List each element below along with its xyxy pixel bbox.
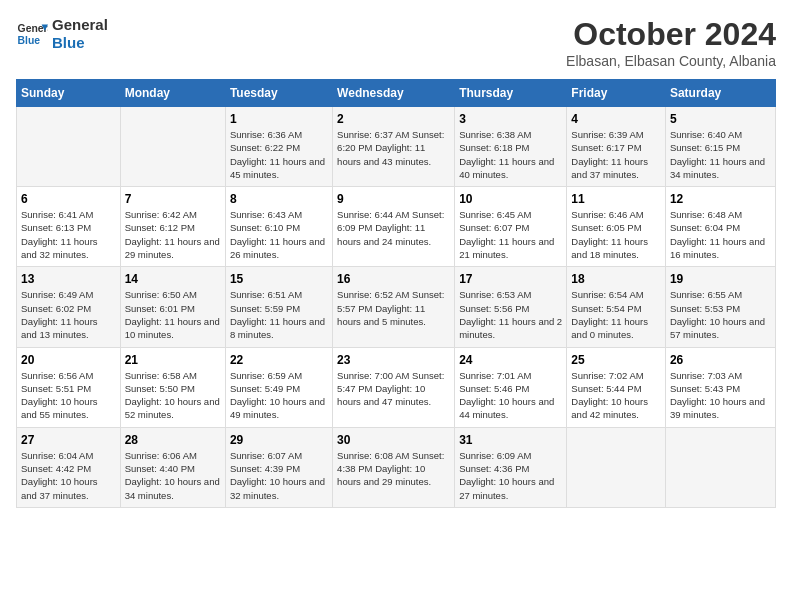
day-number: 24: [459, 353, 562, 367]
calendar-cell: 6Sunrise: 6:41 AM Sunset: 6:13 PM Daylig…: [17, 187, 121, 267]
calendar-cell: [567, 427, 666, 507]
calendar-cell: 7Sunrise: 6:42 AM Sunset: 6:12 PM Daylig…: [120, 187, 225, 267]
calendar-cell: 10Sunrise: 6:45 AM Sunset: 6:07 PM Dayli…: [455, 187, 567, 267]
day-number: 1: [230, 112, 328, 126]
calendar-row-3: 20Sunrise: 6:56 AM Sunset: 5:51 PM Dayli…: [17, 347, 776, 427]
day-number: 15: [230, 272, 328, 286]
day-detail: Sunrise: 6:08 AM Sunset: 4:38 PM Dayligh…: [337, 449, 450, 489]
calendar-cell: 29Sunrise: 6:07 AM Sunset: 4:39 PM Dayli…: [225, 427, 332, 507]
calendar-cell: 23Sunrise: 7:00 AM Sunset: 5:47 PM Dayli…: [333, 347, 455, 427]
calendar-cell: [120, 107, 225, 187]
weekday-header-sunday: Sunday: [17, 80, 121, 107]
day-number: 5: [670, 112, 771, 126]
day-number: 22: [230, 353, 328, 367]
day-number: 17: [459, 272, 562, 286]
calendar-table: SundayMondayTuesdayWednesdayThursdayFrid…: [16, 79, 776, 508]
weekday-header-tuesday: Tuesday: [225, 80, 332, 107]
weekday-header-row: SundayMondayTuesdayWednesdayThursdayFrid…: [17, 80, 776, 107]
calendar-row-0: 1Sunrise: 6:36 AM Sunset: 6:22 PM Daylig…: [17, 107, 776, 187]
day-number: 2: [337, 112, 450, 126]
calendar-cell: 19Sunrise: 6:55 AM Sunset: 5:53 PM Dayli…: [665, 267, 775, 347]
day-detail: Sunrise: 6:50 AM Sunset: 6:01 PM Dayligh…: [125, 288, 221, 341]
calendar-cell: 9Sunrise: 6:44 AM Sunset: 6:09 PM Daylig…: [333, 187, 455, 267]
calendar-cell: 4Sunrise: 6:39 AM Sunset: 6:17 PM Daylig…: [567, 107, 666, 187]
header: General Blue General Blue October 2024 E…: [16, 16, 776, 69]
day-number: 9: [337, 192, 450, 206]
day-number: 19: [670, 272, 771, 286]
calendar-cell: 3Sunrise: 6:38 AM Sunset: 6:18 PM Daylig…: [455, 107, 567, 187]
day-detail: Sunrise: 6:09 AM Sunset: 4:36 PM Dayligh…: [459, 449, 562, 502]
day-detail: Sunrise: 6:56 AM Sunset: 5:51 PM Dayligh…: [21, 369, 116, 422]
logo-line2: Blue: [52, 34, 108, 52]
day-number: 6: [21, 192, 116, 206]
day-number: 13: [21, 272, 116, 286]
logo-icon: General Blue: [16, 18, 48, 50]
calendar-cell: 8Sunrise: 6:43 AM Sunset: 6:10 PM Daylig…: [225, 187, 332, 267]
day-number: 12: [670, 192, 771, 206]
calendar-cell: [17, 107, 121, 187]
day-number: 18: [571, 272, 661, 286]
day-detail: Sunrise: 6:59 AM Sunset: 5:49 PM Dayligh…: [230, 369, 328, 422]
day-number: 4: [571, 112, 661, 126]
weekday-header-wednesday: Wednesday: [333, 80, 455, 107]
calendar-subtitle: Elbasan, Elbasan County, Albania: [566, 53, 776, 69]
day-detail: Sunrise: 7:02 AM Sunset: 5:44 PM Dayligh…: [571, 369, 661, 422]
day-detail: Sunrise: 6:04 AM Sunset: 4:42 PM Dayligh…: [21, 449, 116, 502]
day-number: 3: [459, 112, 562, 126]
day-number: 25: [571, 353, 661, 367]
day-detail: Sunrise: 6:49 AM Sunset: 6:02 PM Dayligh…: [21, 288, 116, 341]
day-detail: Sunrise: 6:40 AM Sunset: 6:15 PM Dayligh…: [670, 128, 771, 181]
day-number: 16: [337, 272, 450, 286]
calendar-cell: 31Sunrise: 6:09 AM Sunset: 4:36 PM Dayli…: [455, 427, 567, 507]
day-detail: Sunrise: 6:38 AM Sunset: 6:18 PM Dayligh…: [459, 128, 562, 181]
calendar-cell: 5Sunrise: 6:40 AM Sunset: 6:15 PM Daylig…: [665, 107, 775, 187]
calendar-cell: 25Sunrise: 7:02 AM Sunset: 5:44 PM Dayli…: [567, 347, 666, 427]
calendar-cell: 18Sunrise: 6:54 AM Sunset: 5:54 PM Dayli…: [567, 267, 666, 347]
calendar-cell: 13Sunrise: 6:49 AM Sunset: 6:02 PM Dayli…: [17, 267, 121, 347]
day-detail: Sunrise: 6:54 AM Sunset: 5:54 PM Dayligh…: [571, 288, 661, 341]
calendar-cell: [665, 427, 775, 507]
day-number: 14: [125, 272, 221, 286]
day-detail: Sunrise: 6:58 AM Sunset: 5:50 PM Dayligh…: [125, 369, 221, 422]
calendar-cell: 20Sunrise: 6:56 AM Sunset: 5:51 PM Dayli…: [17, 347, 121, 427]
calendar-cell: 27Sunrise: 6:04 AM Sunset: 4:42 PM Dayli…: [17, 427, 121, 507]
day-number: 29: [230, 433, 328, 447]
calendar-cell: 21Sunrise: 6:58 AM Sunset: 5:50 PM Dayli…: [120, 347, 225, 427]
calendar-cell: 17Sunrise: 6:53 AM Sunset: 5:56 PM Dayli…: [455, 267, 567, 347]
calendar-row-4: 27Sunrise: 6:04 AM Sunset: 4:42 PM Dayli…: [17, 427, 776, 507]
day-detail: Sunrise: 6:51 AM Sunset: 5:59 PM Dayligh…: [230, 288, 328, 341]
day-detail: Sunrise: 7:00 AM Sunset: 5:47 PM Dayligh…: [337, 369, 450, 409]
calendar-cell: 14Sunrise: 6:50 AM Sunset: 6:01 PM Dayli…: [120, 267, 225, 347]
day-detail: Sunrise: 6:43 AM Sunset: 6:10 PM Dayligh…: [230, 208, 328, 261]
calendar-cell: 26Sunrise: 7:03 AM Sunset: 5:43 PM Dayli…: [665, 347, 775, 427]
svg-text:Blue: Blue: [18, 35, 41, 46]
calendar-cell: 24Sunrise: 7:01 AM Sunset: 5:46 PM Dayli…: [455, 347, 567, 427]
day-detail: Sunrise: 6:42 AM Sunset: 6:12 PM Dayligh…: [125, 208, 221, 261]
calendar-row-2: 13Sunrise: 6:49 AM Sunset: 6:02 PM Dayli…: [17, 267, 776, 347]
calendar-cell: 1Sunrise: 6:36 AM Sunset: 6:22 PM Daylig…: [225, 107, 332, 187]
day-detail: Sunrise: 7:03 AM Sunset: 5:43 PM Dayligh…: [670, 369, 771, 422]
day-number: 20: [21, 353, 116, 367]
calendar-row-1: 6Sunrise: 6:41 AM Sunset: 6:13 PM Daylig…: [17, 187, 776, 267]
calendar-cell: 11Sunrise: 6:46 AM Sunset: 6:05 PM Dayli…: [567, 187, 666, 267]
day-detail: Sunrise: 6:45 AM Sunset: 6:07 PM Dayligh…: [459, 208, 562, 261]
day-detail: Sunrise: 7:01 AM Sunset: 5:46 PM Dayligh…: [459, 369, 562, 422]
day-detail: Sunrise: 6:07 AM Sunset: 4:39 PM Dayligh…: [230, 449, 328, 502]
calendar-cell: 30Sunrise: 6:08 AM Sunset: 4:38 PM Dayli…: [333, 427, 455, 507]
calendar-title: October 2024: [566, 16, 776, 53]
day-number: 26: [670, 353, 771, 367]
day-number: 27: [21, 433, 116, 447]
day-number: 8: [230, 192, 328, 206]
day-detail: Sunrise: 6:48 AM Sunset: 6:04 PM Dayligh…: [670, 208, 771, 261]
logo-line1: General: [52, 16, 108, 34]
weekday-header-thursday: Thursday: [455, 80, 567, 107]
day-detail: Sunrise: 6:55 AM Sunset: 5:53 PM Dayligh…: [670, 288, 771, 341]
day-detail: Sunrise: 6:44 AM Sunset: 6:09 PM Dayligh…: [337, 208, 450, 248]
day-detail: Sunrise: 6:41 AM Sunset: 6:13 PM Dayligh…: [21, 208, 116, 261]
day-number: 31: [459, 433, 562, 447]
day-number: 28: [125, 433, 221, 447]
day-number: 23: [337, 353, 450, 367]
day-number: 21: [125, 353, 221, 367]
day-detail: Sunrise: 6:52 AM Sunset: 5:57 PM Dayligh…: [337, 288, 450, 328]
calendar-cell: 15Sunrise: 6:51 AM Sunset: 5:59 PM Dayli…: [225, 267, 332, 347]
